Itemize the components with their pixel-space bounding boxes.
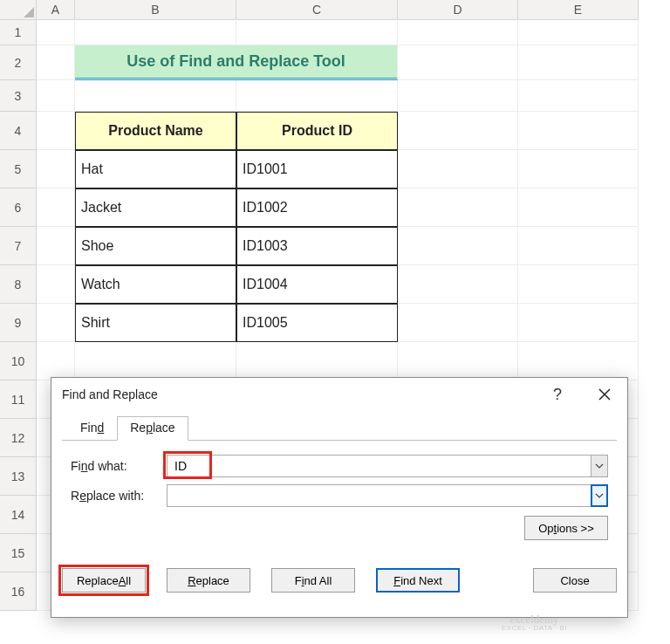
table-header[interactable]: Product Name (75, 112, 236, 150)
replace-dropdown-icon[interactable] (591, 484, 608, 507)
row-header-15[interactable]: 15 (0, 534, 37, 572)
table-cell[interactable]: ID1003 (236, 227, 398, 265)
cell[interactable] (398, 150, 518, 188)
cell[interactable] (518, 265, 639, 304)
cell[interactable] (75, 19, 236, 45)
select-all-corner[interactable] (0, 0, 37, 20)
col-header-C[interactable]: C (236, 0, 398, 20)
cell[interactable] (236, 80, 398, 112)
cell[interactable] (398, 19, 518, 45)
table-cell[interactable]: Watch (75, 265, 236, 304)
find-next-button[interactable]: Find Next (376, 568, 460, 593)
cell[interactable] (398, 188, 518, 227)
table-cell[interactable]: Shoe (75, 227, 236, 265)
row-header-3[interactable]: 3 (0, 80, 37, 112)
close-button[interactable]: Close (533, 568, 617, 593)
replace-with-label: Replace with: (71, 489, 167, 503)
table-cell[interactable]: ID1001 (236, 150, 398, 188)
cell[interactable] (37, 265, 75, 304)
row-header-13[interactable]: 13 (0, 457, 37, 496)
row-header-6[interactable]: 6 (0, 188, 37, 227)
cell[interactable] (518, 45, 639, 80)
cell[interactable] (75, 80, 236, 112)
cell[interactable] (518, 227, 639, 265)
row-header-11[interactable]: 11 (0, 380, 37, 419)
col-header-B[interactable]: B (75, 0, 236, 20)
dialog-title: Find and Replace (62, 387, 158, 401)
row-header-7[interactable]: 7 (0, 227, 37, 265)
row-header-10[interactable]: 10 (0, 342, 37, 380)
cell[interactable] (518, 112, 639, 150)
row-header-16[interactable]: 16 (0, 572, 37, 611)
row-header-5[interactable]: 5 (0, 150, 37, 188)
row-header-12[interactable]: 12 (0, 419, 37, 457)
cell[interactable] (398, 304, 518, 342)
cell[interactable] (37, 80, 75, 112)
cell[interactable] (518, 150, 639, 188)
help-icon[interactable]: ? (545, 385, 570, 404)
cell[interactable] (518, 19, 639, 45)
cell[interactable] (37, 112, 75, 150)
col-header-A[interactable]: A (37, 0, 75, 20)
tab-replace[interactable]: Replace Replace (117, 416, 188, 441)
row-header-9[interactable]: 9 (0, 304, 37, 342)
cell[interactable] (398, 45, 518, 80)
cell[interactable] (37, 150, 75, 188)
cell[interactable] (398, 112, 518, 150)
table-cell[interactable]: Shirt (75, 304, 236, 342)
sheet-title[interactable]: Use of Find and Replace Tool (75, 45, 398, 80)
replace-button[interactable]: Replace (167, 568, 250, 593)
cell[interactable] (37, 304, 75, 342)
highlight-annotation (58, 565, 149, 596)
find-what-label: Find what: (71, 459, 167, 473)
row-header-4[interactable]: 4 (0, 112, 37, 150)
cell[interactable] (37, 19, 75, 45)
options-button[interactable]: Options >> (524, 516, 608, 540)
table-header[interactable]: Product ID (236, 112, 398, 150)
table-cell[interactable]: Hat (75, 150, 236, 188)
cell[interactable] (398, 342, 518, 380)
cell[interactable] (236, 342, 398, 380)
row-header-14[interactable]: 14 (0, 496, 37, 534)
row-header-8[interactable]: 8 (0, 265, 37, 304)
cell[interactable] (75, 342, 236, 380)
cell[interactable] (518, 304, 639, 342)
row-header-1[interactable]: 1 (0, 19, 37, 45)
cell[interactable] (398, 265, 518, 304)
cell[interactable] (236, 19, 398, 45)
col-header-D[interactable]: D (398, 0, 518, 20)
find-all-button[interactable]: Find All (271, 568, 355, 593)
cell[interactable] (37, 342, 75, 380)
table-cell[interactable]: ID1002 (236, 188, 398, 227)
cell[interactable] (398, 227, 518, 265)
cell[interactable] (37, 45, 75, 80)
col-header-E[interactable]: E (518, 0, 639, 20)
cell[interactable] (398, 80, 518, 112)
tab-find[interactable]: Find Find (67, 416, 117, 441)
cell[interactable] (518, 342, 639, 380)
highlight-annotation (163, 451, 212, 479)
table-cell[interactable]: ID1005 (236, 304, 398, 342)
cell[interactable] (518, 188, 639, 227)
row-header-2[interactable]: 2 (0, 45, 37, 80)
find-dropdown-icon[interactable] (591, 455, 608, 477)
table-cell[interactable]: Jacket (75, 188, 236, 227)
find-replace-dialog: Find and Replace ? Find Find Replace Rep… (51, 377, 628, 618)
cell[interactable] (37, 227, 75, 265)
table-cell[interactable]: ID1004 (236, 265, 398, 304)
replace-with-input[interactable] (167, 484, 608, 507)
close-icon[interactable] (592, 385, 617, 404)
cell[interactable] (518, 80, 639, 112)
find-what-input[interactable] (167, 455, 608, 477)
cell[interactable] (37, 188, 75, 227)
